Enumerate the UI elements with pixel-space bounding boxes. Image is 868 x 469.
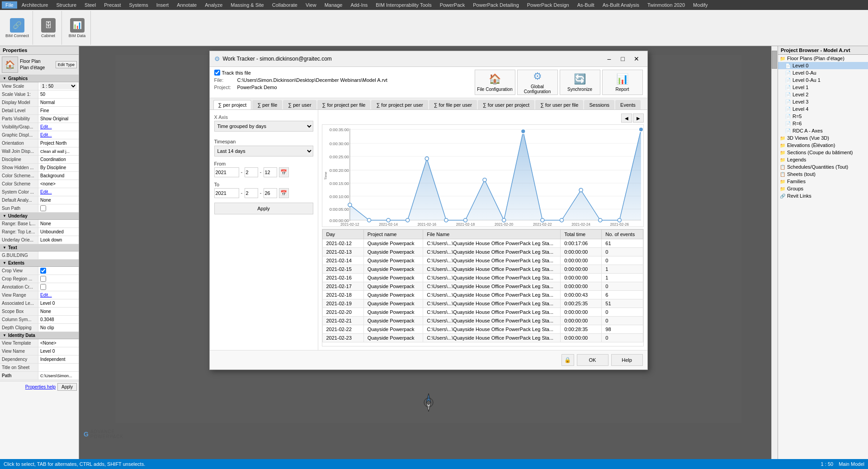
maximize-button[interactable]: □ — [617, 54, 629, 64]
file-config-button[interactable]: 🏠 File Configuration — [475, 70, 515, 95]
edit-type-button[interactable]: Edit Type — [56, 61, 77, 68]
table-row[interactable]: 2021-02-23 Quayside Powerpack C:\Users\.… — [322, 334, 643, 342]
report-button[interactable]: 📊 Report — [602, 70, 643, 95]
ribbon-bim-data-icon[interactable]: 📊 — [70, 18, 85, 33]
from-month[interactable] — [245, 167, 258, 177]
tab-per-user[interactable]: ∑ per user — [283, 100, 316, 109]
from-day[interactable] — [264, 167, 277, 177]
to-calendar-button[interactable]: 📅 — [279, 188, 289, 198]
nav-prev[interactable]: ◀ — [621, 114, 632, 123]
synchronize-button[interactable]: 🔄 Synchronize — [560, 70, 600, 95]
tree-item[interactable]: 📄Level 4 — [778, 105, 868, 113]
tree-item[interactable]: 📄Level 2 — [778, 91, 868, 98]
from-year[interactable] — [214, 167, 239, 177]
col-header-project[interactable]: Project name — [363, 230, 423, 239]
menu-insert[interactable]: Insert — [153, 1, 173, 9]
menu-as-built[interactable]: As-Built — [574, 1, 598, 9]
menu-collaborate[interactable]: Collaborate — [269, 1, 301, 9]
tree-item[interactable]: 📄RDC A - Axes — [778, 127, 868, 134]
table-row[interactable]: 2021-02-21 Quayside Powerpack C:\Users\.… — [322, 317, 643, 325]
menu-structure[interactable]: Structure — [52, 1, 80, 9]
tab-per-project[interactable]: ∑ per project — [213, 100, 252, 109]
tree-item[interactable]: 📄Level 0 — [778, 62, 868, 69]
menu-twinmotion[interactable]: Twinmotion 2020 — [644, 1, 689, 9]
tree-item[interactable]: 📁Groups — [778, 185, 868, 192]
canvas-area[interactable]: ⚙ Work Tracker - simon.dickinson@graitec… — [79, 46, 778, 459]
extents-section-header[interactable]: ▼ Extents — [0, 260, 79, 267]
track-checkbox[interactable] — [214, 70, 220, 76]
to-month[interactable] — [245, 188, 258, 198]
table-row[interactable]: 2021-02-13 Quayside Powerpack C:\Users\.… — [322, 248, 643, 256]
table-row[interactable]: 2021-02-15 Quayside Powerpack C:\Users\.… — [322, 265, 643, 274]
menu-powerpack[interactable]: PowerPack — [436, 1, 469, 9]
nav-next[interactable]: ▶ — [633, 114, 644, 123]
menu-modify[interactable]: Modify — [689, 1, 711, 9]
col-header-day[interactable]: Day — [322, 230, 363, 239]
table-row[interactable]: 2021-02-14 Quayside Powerpack C:\Users\.… — [322, 256, 643, 265]
to-year[interactable] — [214, 188, 239, 198]
text-section-header[interactable]: ▼ Text — [0, 244, 79, 251]
tree-item[interactable]: 📁Sections (Coupe du bâtiment) — [778, 149, 868, 156]
tab-for-project-per-file[interactable]: ∑ for project per file — [317, 100, 371, 109]
graphics-section-header[interactable]: ▼ Graphics — [0, 75, 79, 82]
tab-sessions[interactable]: Sessions — [584, 100, 614, 109]
menu-massing[interactable]: Massing & Site — [227, 1, 267, 9]
menu-systems[interactable]: Systems — [125, 1, 151, 9]
menu-precast[interactable]: Precast — [100, 1, 124, 9]
tree-item[interactable]: 📁Families — [778, 178, 868, 185]
menu-manage[interactable]: Manage — [321, 1, 346, 9]
ribbon-bim-connect-icon[interactable]: 🔗 — [10, 18, 24, 33]
menu-addins[interactable]: Add-Ins — [347, 1, 371, 9]
menu-powerpack-design[interactable]: PowerPack Design — [524, 1, 573, 9]
identity-section-header[interactable]: ▼ Identity Data — [0, 332, 79, 339]
table-row[interactable]: 2021-02-17 Quayside Powerpack C:\Users\.… — [322, 282, 643, 291]
tab-for-file-per-user[interactable]: ∑ for file per user — [429, 100, 477, 109]
underlay-section-header[interactable]: ▼ Underlay — [0, 213, 79, 220]
col-header-file[interactable]: File Name — [423, 230, 561, 239]
x-axis-select[interactable]: Time grouped by days Time grouped by wee… — [214, 121, 313, 132]
from-calendar-button[interactable]: 📅 — [279, 167, 289, 177]
minimize-button[interactable]: – — [603, 54, 616, 64]
tree-item[interactable]: 📄R=5 — [778, 113, 868, 120]
table-row[interactable]: 2021-02-12 Quayside Powerpack C:\Users\.… — [322, 239, 643, 248]
global-config-button[interactable]: ⚙ Global Configuration — [517, 70, 558, 95]
help-button[interactable]: Help — [611, 354, 643, 366]
tree-item[interactable]: 📁Floor Plans (Plan d'étage) — [778, 55, 868, 62]
table-row[interactable]: 2021-02-22 Quayside Powerpack C:\Users\.… — [322, 325, 643, 334]
properties-help-link[interactable]: Properties help — [25, 383, 56, 391]
table-row[interactable]: 2021-02-16 Quayside Powerpack C:\Users\.… — [322, 274, 643, 282]
menu-architecture[interactable]: Architecture — [18, 1, 52, 9]
apply-button[interactable]: Apply — [214, 203, 313, 214]
footer-icon-button[interactable]: 🔒 — [561, 354, 574, 366]
tab-events[interactable]: Events — [615, 100, 641, 109]
tree-item[interactable]: 📋Schedules/Quantities (Tout) — [778, 163, 868, 171]
timespan-select[interactable]: Last 14 days Last 30 days Last 7 days Cu… — [214, 146, 313, 156]
menu-powerpack-detailing[interactable]: PowerPack Detailing — [469, 1, 523, 9]
data-table-container[interactable]: Day Project name File Name Total time No… — [322, 229, 644, 346]
tree-item[interactable]: 📁Elevations (Élévation) — [778, 142, 868, 149]
tab-for-project-per-user[interactable]: ∑ for project per user — [371, 100, 428, 109]
view-selector[interactable]: Floor Plan Plan d'étage — [20, 58, 54, 71]
tree-item[interactable]: 🔗Revit Links — [778, 192, 868, 199]
col-header-events[interactable]: No. of events — [602, 230, 643, 239]
tab-per-file[interactable]: ∑ per file — [252, 100, 282, 109]
tree-item[interactable]: 📁Legends — [778, 156, 868, 163]
menu-bim-interop[interactable]: BIM Interoperability Tools — [372, 1, 435, 9]
tree-item[interactable]: 📄R=6 — [778, 120, 868, 127]
menu-steel[interactable]: Steel — [81, 1, 99, 9]
tab-for-user-per-file[interactable]: ∑ for user per file — [535, 100, 583, 109]
table-row[interactable]: 2021-02-18 Quayside Powerpack C:\Users\.… — [322, 291, 643, 299]
tab-for-user-per-project[interactable]: ∑ for user per project — [478, 100, 534, 109]
tree-item[interactable]: 📄Level 3 — [778, 98, 868, 105]
tree-item[interactable]: 📋Sheets (tout) — [778, 171, 868, 178]
properties-apply-button[interactable]: Apply — [57, 383, 77, 391]
table-row[interactable]: 2021-02-19 Quayside Powerpack C:\Users\.… — [322, 299, 643, 308]
tree-item[interactable]: 📄Level 1 — [778, 84, 868, 91]
menu-view[interactable]: View — [302, 1, 320, 9]
menu-as-built-analysis[interactable]: As-Built Analysis — [599, 1, 643, 9]
tree-item[interactable]: 📁3D Views (Vue 3D) — [778, 134, 868, 142]
col-header-time[interactable]: Total time — [561, 230, 602, 239]
ok-button[interactable]: OK — [577, 354, 609, 366]
table-row[interactable]: 2021-02-20 Quayside Powerpack C:\Users\.… — [322, 308, 643, 317]
to-day[interactable] — [264, 188, 277, 198]
